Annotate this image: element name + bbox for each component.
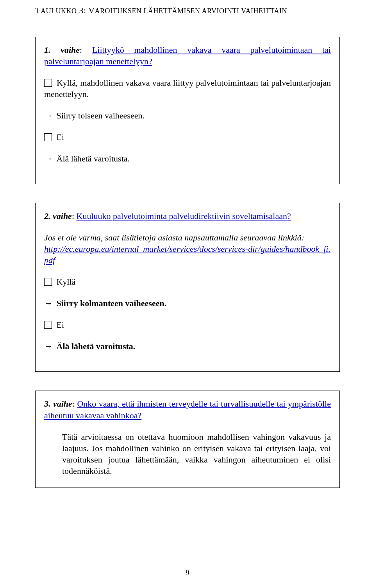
step-2-info-link[interactable]: http://ec.europa.eu/internal_market/serv…	[44, 244, 330, 265]
step-2-heading: 2. vaihe: Kuuluuko palvelutoiminta palve…	[44, 210, 331, 222]
step-3-heading: 3. vaihe: Onko vaara, että ihmisten terv…	[44, 398, 331, 421]
step-1-heading: 1. vaihe: Liittyykö mahdollinen vakava v…	[44, 44, 331, 67]
step-2-box: 2. vaihe: Kuuluuko palvelutoiminta palve…	[35, 203, 340, 372]
step-2-yes-label: Kyllä	[57, 277, 76, 287]
step-2-go-next: → Siirry kolmanteen vaiheeseen.	[44, 298, 331, 309]
step-1-next-text: Siirry toiseen vaiheeseen.	[54, 111, 145, 120]
step-2-noaction-text: Älä lähetä varoitusta.	[54, 341, 135, 351]
step-1-option-no: Ei	[44, 131, 331, 143]
step-2-prefix: 2. vaihe	[44, 211, 72, 221]
checkbox-icon[interactable]	[44, 79, 52, 87]
page-number: 9	[186, 569, 189, 577]
step-3-prefix: 3. vaihe	[44, 399, 72, 409]
step-1-no-action: → Älä lähetä varoitusta.	[44, 153, 331, 164]
step-2-option-yes: Kyllä	[44, 276, 331, 287]
step-2-link[interactable]: Kuuluuko palvelutoiminta palveludirektii…	[77, 211, 291, 221]
step-2-info: Jos et ole varma, saat lisätietoja asias…	[44, 232, 331, 266]
step-2-no-action: → Älä lähetä varoitusta.	[44, 341, 331, 352]
step-3-box: 3. vaihe: Onko vaara, että ihmisten terv…	[35, 391, 340, 488]
checkbox-icon[interactable]	[44, 278, 52, 286]
step-1-go-next: → Siirry toiseen vaiheeseen.	[44, 110, 331, 121]
arrow-right-icon: →	[44, 154, 53, 163]
step-1-noaction-text: Älä lähetä varoitusta.	[54, 154, 130, 163]
step-1-no-label: Ei	[57, 132, 64, 142]
step-1-yes-text: Kyllä, mahdollinen vakava vaara liittyy …	[44, 78, 331, 99]
checkbox-icon[interactable]	[44, 321, 52, 329]
arrow-right-icon: →	[44, 341, 53, 351]
step-2-info-text: Jos et ole varma, saat lisätietoja asias…	[44, 233, 304, 242]
step-1-prefix: 1. vaihe	[44, 45, 80, 55]
step-1-box: 1. vaihe: Liittyykö mahdollinen vakava v…	[35, 37, 340, 184]
step-3-link[interactable]: Onko vaara, että ihmisten terveydelle ta…	[44, 399, 331, 420]
step-2-no-label: Ei	[57, 320, 64, 330]
step-2-next-text: Siirry kolmanteen vaiheeseen.	[54, 298, 166, 308]
arrow-right-icon: →	[44, 111, 53, 120]
step-3-body: Tätä arvioitaessa on otettava huomioon m…	[62, 431, 331, 477]
arrow-right-icon: →	[44, 298, 53, 308]
table-title: TAULUKKO 3: VAROITUKSEN LÄHETTÄMISEN ARV…	[35, 5, 340, 16]
checkbox-icon[interactable]	[44, 133, 52, 141]
step-2-option-no: Ei	[44, 319, 331, 330]
step-1-option-yes: Kyllä, mahdollinen vakava vaara liittyy …	[44, 77, 331, 100]
